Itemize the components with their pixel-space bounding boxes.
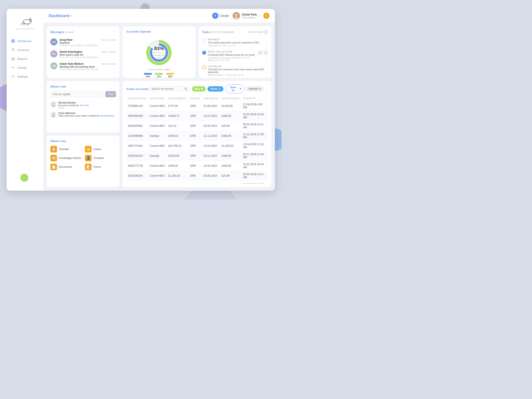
sidebar-item-dashboard[interactable]: Dashboard	[7, 37, 43, 45]
shortcut-icon: 📰	[50, 155, 57, 161]
svg-line-3	[30, 18, 31, 19]
new-button[interactable]: New ⊕	[192, 86, 206, 92]
dashboard-title[interactable]: Dashboard ▾	[49, 13, 71, 18]
add-task-label: Add new task	[248, 31, 262, 33]
task-item[interactable]: CALLBACK Call back the customers who hav…	[202, 63, 268, 78]
activity-link[interactable]: Jim Holt	[80, 104, 89, 107]
message-item[interactable]: DK David Kennington Today 10:40am Next w…	[50, 49, 116, 61]
table-cell: 10.02.2018 16:43 AM	[241, 111, 268, 121]
msg-name: David Kennington	[60, 50, 82, 53]
post-input[interactable]	[50, 91, 103, 97]
shortcut-label: Contacts	[93, 157, 104, 160]
bar-yellow	[166, 73, 174, 75]
message-item[interactable]: AR Greg Reid Today 12:19pm Payment Excep…	[50, 37, 116, 49]
shortcut-item[interactable]: 📁 Cases	[85, 146, 116, 152]
shortcut-item[interactable]: 📰 Knowledge Articles	[50, 155, 81, 161]
table-cell: £1659,72	[166, 111, 188, 121]
user-role: Team Admin	[242, 16, 257, 19]
refresh-button[interactable]: Refresh ↻	[246, 86, 264, 92]
activity-text: Nicolas BenderAccount created by Jim Hol…	[58, 101, 89, 107]
table-cell: £450,00	[220, 111, 241, 121]
table-cell: 11.12.2019 11:30 PM	[241, 181, 268, 184]
shortcut-label: Tutorials	[59, 148, 69, 151]
task-meta: Scheduled for June 21, 2017	[208, 44, 268, 47]
app-container: GRASSHOPPER Dashboard Accounts Reports	[7, 9, 275, 191]
task-status-circle: ✓	[202, 51, 206, 55]
svg-rect-16	[14, 57, 14, 60]
user-info[interactable]: Cholé Park Team Admin ▾	[233, 12, 260, 19]
table-cell: £1,250,00	[220, 141, 241, 151]
table-row[interactable]: 2352933323Savings£2255,00GPB20.11.2019£3…	[126, 151, 268, 161]
post-button[interactable]: Post	[105, 91, 116, 97]
search-box: 🔍	[149, 86, 190, 92]
sidebar-item-reports[interactable]: Reports	[7, 54, 43, 63]
table-body: 3729991145Current+BIO£747,00GPB21.08.201…	[126, 101, 268, 184]
table-row[interactable]: 3253290245Current+BIO£1,250,00GPB03.05.2…	[126, 171, 268, 181]
msg-preview: Duis aute irure dolor in reprehenderit i…	[60, 56, 116, 58]
table-cell: GPB	[188, 151, 202, 161]
svg-rect-11	[12, 41, 13, 43]
table-row[interactable]: 4987274422Current+BIO£44,788.13GPB13.04.…	[126, 141, 268, 151]
whats-new2-menu-icon[interactable]: ···	[112, 139, 116, 143]
msg-avatar: AR	[50, 38, 57, 45]
table-row[interactable]: 2847264889Current+BIO£300,00GPB11.12.201…	[126, 181, 268, 184]
sidebar-item-settings[interactable]: Settings	[7, 72, 43, 81]
add-task-button[interactable]: +	[264, 30, 268, 34]
table-row[interactable]: 5832277739Current+BIO£400,00GPB10.02.201…	[126, 161, 268, 171]
whats-new-header: What's new ···	[50, 84, 116, 89]
save-as-button[interactable]: Save As ⬆	[225, 84, 244, 93]
shortcut-item[interactable]: 📝 Forms	[85, 164, 116, 170]
activity-link[interactable]: Roland Miele	[100, 114, 114, 117]
task-edit-button[interactable]: ✎	[258, 51, 262, 55]
table-row[interactable]: 3729991145Current+BIO£747,00GPB21.08.201…	[126, 101, 268, 111]
tasks-title: Tasks	[202, 30, 210, 34]
task-actions: ✎ ✕	[258, 51, 268, 55]
activity-avatar	[50, 112, 57, 118]
header: Dashboard ▾ + Create	[43, 9, 275, 23]
table-cell: 4987274422	[126, 141, 148, 151]
shortcuts-grid: 📋 Tutorials 📁 Cases 📰 Knowledge Articles…	[50, 146, 116, 170]
task-item[interactable]: PAYMENT This weeks payments must be repo…	[202, 37, 268, 49]
header-actions: + Create Cholé Park Team Admin	[212, 12, 270, 19]
task-delete-button[interactable]: ✕	[263, 51, 268, 55]
shortcut-item[interactable]: 📄 Documents	[50, 164, 81, 170]
activity-icon	[11, 66, 15, 70]
post-row: Post	[50, 91, 116, 97]
whats-new2-card: What's new ··· 📋 Tutorials 📁 Cases 📰 Kno…	[47, 136, 120, 187]
table-cell: 03.05.2018 14:11 AM	[241, 121, 268, 131]
share-button[interactable]: Share ⇪	[208, 86, 223, 92]
messages-menu-icon[interactable]: ···	[112, 30, 116, 34]
table-cell: 5832277739	[126, 161, 148, 171]
message-item[interactable]: AW Adam Kyle Watson Today 10:09am Meetin…	[50, 61, 116, 72]
accounts-opened-card: Accounts Opened ⤢ 83%	[123, 26, 195, 78]
shortcut-item[interactable]: 📋 Tutorials	[50, 146, 81, 152]
task-item[interactable]: ✓ DEBT COLLECTION Contacted with relevan…	[202, 49, 268, 63]
expand-icon[interactable]: ⤢	[266, 87, 268, 90]
whats-new-menu-icon[interactable]: ···	[112, 84, 116, 89]
notification-button[interactable]: 1	[263, 13, 270, 19]
table-cell: Savings	[148, 131, 166, 141]
table-cell: 3925693992	[126, 121, 148, 131]
table-cell: 13.04.2018 12:10 AM	[241, 141, 268, 151]
table-row[interactable]: 4852892495Current+BIO£1659,72GPB10.02.20…	[126, 111, 268, 121]
expand-icon[interactable]: ⤢	[190, 30, 192, 33]
sidebar-item-accounts[interactable]: Accounts	[7, 45, 43, 54]
svg-point-30	[52, 115, 55, 117]
tasks-header-right: Add new task +	[248, 30, 268, 34]
search-input[interactable]	[152, 87, 183, 90]
table-cell: Current+BIO	[148, 101, 166, 111]
create-button[interactable]: + Create	[212, 13, 229, 19]
task-status-circle	[202, 65, 206, 69]
table-cell: £22,12	[166, 121, 188, 131]
shortcut-icon: 📁	[85, 146, 92, 152]
shortcut-item[interactable]: 👤 Contacts	[85, 155, 116, 161]
table-row[interactable]: 1123495996Savings£400,02GPB11.12.2019£40…	[126, 131, 268, 141]
create-label: Create	[220, 14, 229, 18]
donut-label: of the accounts completed this week	[152, 51, 166, 59]
msg-name: Greg Reid	[60, 38, 72, 41]
sidebar-item-activity[interactable]: Activity	[7, 63, 43, 72]
table-row[interactable]: 3925693992Current+BIO£22,12GPB03.05.2018…	[126, 121, 268, 131]
messages-header: Messages (4 new) ···	[50, 30, 116, 34]
activity-content: Chris AtkinsonDebt collection case repor…	[58, 112, 114, 118]
user-avatar	[233, 12, 240, 19]
